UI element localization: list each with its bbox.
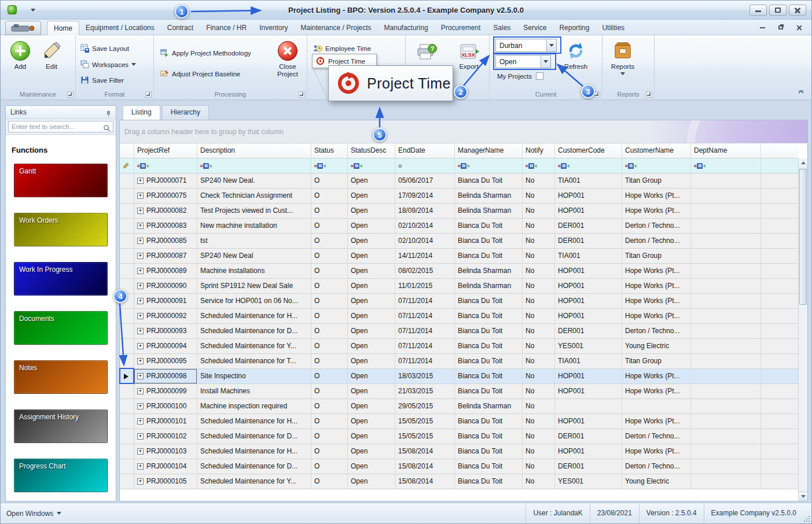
cell-customername[interactable] — [622, 399, 691, 414]
cell-status[interactable]: O — [311, 444, 348, 459]
cell-notify[interactable]: No — [523, 459, 555, 474]
cell-enddate[interactable]: 02/10/2014 — [395, 219, 455, 234]
cell-customername[interactable]: Titan Group — [622, 174, 691, 189]
cell-enddate[interactable]: 21/03/2015 — [395, 384, 455, 399]
adjust-project-baseline-button[interactable]: Adjust Project Baseline — [158, 68, 243, 80]
cell-projectref[interactable]: +PRJ0000071 — [134, 174, 197, 189]
cell-customername[interactable]: Derton / Techno... — [622, 219, 691, 234]
cell-customername[interactable]: Titan Group — [622, 354, 691, 369]
cell-customername[interactable]: Hope Works (Pt... — [622, 204, 691, 219]
cell-statusdesc[interactable]: Open — [348, 384, 395, 399]
cell-projectref[interactable]: +PRJ0000102 — [134, 429, 197, 444]
cell-managername[interactable]: Bianca Du Toit — [455, 369, 523, 384]
cell-statusdesc[interactable]: Open — [348, 264, 395, 279]
maximize-button[interactable] — [769, 5, 787, 16]
expand-icon[interactable]: + — [137, 358, 144, 364]
cell-customername[interactable]: Hope Works (Pt... — [622, 189, 691, 204]
cell-enddate[interactable]: 15/08/2014 — [395, 444, 455, 459]
cell-statusdesc[interactable]: Open — [348, 369, 395, 384]
scroll-down-button[interactable] — [799, 492, 807, 501]
cell-status[interactable]: O — [311, 189, 348, 204]
filter-cell-customername[interactable]: aBc — [622, 158, 691, 173]
cell-status[interactable]: O — [311, 294, 348, 309]
cell-statusdesc[interactable]: Open — [348, 204, 395, 219]
application-button[interactable] — [5, 21, 41, 35]
grid-row-prj0000098[interactable]: +PRJ0000098Site InspectinoOOpen18/03/201… — [120, 369, 798, 384]
cell-statusdesc[interactable]: Open — [348, 339, 395, 354]
mdi-minimize-button[interactable] — [756, 23, 769, 32]
cell-deptname[interactable] — [691, 339, 761, 354]
cell-enddate[interactable]: 18/03/2015 — [395, 369, 455, 384]
cell-description[interactable]: Check Technician Assignment — [197, 189, 311, 204]
cell-notify[interactable]: No — [523, 174, 555, 189]
resize-grip[interactable] — [803, 515, 810, 522]
cell-managername[interactable]: Bianca Du Toit — [455, 459, 523, 474]
function-button-notes[interactable]: Notes — [14, 360, 108, 394]
cell-projectref[interactable]: +PRJ0000100 — [134, 399, 197, 414]
cell-customername[interactable]: Hope Works (Pt... — [622, 279, 691, 294]
export-button[interactable]: XLSX Export — [452, 38, 486, 71]
column-header-deptname[interactable]: DeptName — [691, 143, 761, 158]
cell-description[interactable]: Site Inspectino — [197, 369, 311, 384]
column-header-managername[interactable]: ManagerName — [455, 143, 523, 158]
cell-notify[interactable]: No — [523, 189, 555, 204]
cell-customername[interactable]: Hope Works (Pt... — [622, 369, 691, 384]
cell-managername[interactable]: Bianca Du Toit — [455, 414, 523, 429]
cell-customercode[interactable]: DER001 — [555, 429, 622, 444]
filter-cell-deptname[interactable]: aBc — [691, 158, 761, 173]
cell-status[interactable]: O — [311, 279, 348, 294]
cell-managername[interactable]: Belinda Sharman — [455, 279, 523, 294]
cell-enddate[interactable]: 07/11/2014 — [395, 354, 455, 369]
expand-icon[interactable]: + — [137, 343, 144, 349]
cell-customercode[interactable]: HOP001 — [555, 309, 622, 324]
grid-row-prj0000099[interactable]: +PRJ0000099Install MachinesOOpen21/03/20… — [120, 384, 798, 399]
grid-row-prj0000105[interactable]: +PRJ0000105Scheduled Maintenance for Y..… — [120, 474, 798, 489]
ribbon-tab-contract[interactable]: Contract — [161, 21, 200, 35]
expand-icon[interactable]: + — [137, 268, 144, 274]
cell-notify[interactable]: No — [523, 354, 555, 369]
cell-status[interactable]: O — [311, 474, 348, 489]
cell-deptname[interactable] — [691, 219, 761, 234]
ribbon-tab-home[interactable]: Home — [47, 21, 79, 35]
cell-managername[interactable]: Belinda Sharman — [455, 204, 523, 219]
ribbon-tab-manufacturing[interactable]: Manufacturing — [378, 21, 435, 35]
cell-deptname[interactable] — [691, 264, 761, 279]
cell-statusdesc[interactable]: Open — [348, 459, 395, 474]
expand-icon[interactable]: + — [137, 208, 144, 214]
column-header-notify[interactable]: Notify — [523, 143, 555, 158]
cell-deptname[interactable] — [691, 459, 761, 474]
cell-managername[interactable]: Bianca Du Toit — [455, 429, 523, 444]
mdi-close-button[interactable] — [793, 23, 806, 32]
cell-description[interactable]: New machine installation — [197, 219, 311, 234]
cell-status[interactable]: O — [311, 354, 348, 369]
cell-customername[interactable]: Hope Works (Pt... — [622, 444, 691, 459]
expand-icon[interactable]: + — [137, 313, 144, 319]
links-search-input[interactable] — [8, 121, 113, 132]
cell-notify[interactable]: No — [523, 264, 555, 279]
filter-cell-managername[interactable]: aBc — [455, 158, 523, 173]
cell-description[interactable]: Scheduled Maintenance for Y... — [197, 474, 311, 489]
cell-enddate[interactable]: 15/05/2015 — [395, 414, 455, 429]
column-header-enddate[interactable]: EndDate — [395, 143, 455, 158]
cell-description[interactable]: Scheduled Maintenance for Y... — [197, 339, 311, 354]
cell-status[interactable]: O — [311, 414, 348, 429]
grid-row-prj0000092[interactable]: +PRJ0000092Scheduled Maintenance for H..… — [120, 309, 798, 324]
close-project-button[interactable]: Close Project — [270, 38, 305, 78]
dialog-launcher-icon[interactable] — [67, 91, 74, 98]
grid-row-prj0000104[interactable]: +PRJ0000104Scheduled Maintenance for D..… — [120, 459, 798, 474]
expand-icon[interactable]: + — [137, 178, 144, 184]
cell-deptname[interactable] — [691, 279, 761, 294]
cell-enddate[interactable]: 07/11/2014 — [395, 339, 455, 354]
cell-enddate[interactable]: 05/06/2017 — [395, 174, 455, 189]
cell-description[interactable]: Scheduled Maintenance for D... — [197, 429, 311, 444]
cell-managername[interactable]: Belinda Sharman — [455, 189, 523, 204]
ribbon-tab-maintenance-projects[interactable]: Maintenance / Projects — [295, 21, 378, 35]
filter-cell-notify[interactable]: aBc — [523, 158, 555, 173]
cell-enddate[interactable]: 18/09/2014 — [395, 204, 455, 219]
ribbon-tab-service[interactable]: Service — [517, 21, 553, 35]
cell-deptname[interactable] — [691, 324, 761, 339]
cell-deptname[interactable] — [691, 429, 761, 444]
cell-statusdesc[interactable]: Open — [348, 414, 395, 429]
cell-enddate[interactable]: 15/08/2014 — [395, 474, 455, 489]
function-button-gantt[interactable]: Gantt — [14, 164, 108, 197]
